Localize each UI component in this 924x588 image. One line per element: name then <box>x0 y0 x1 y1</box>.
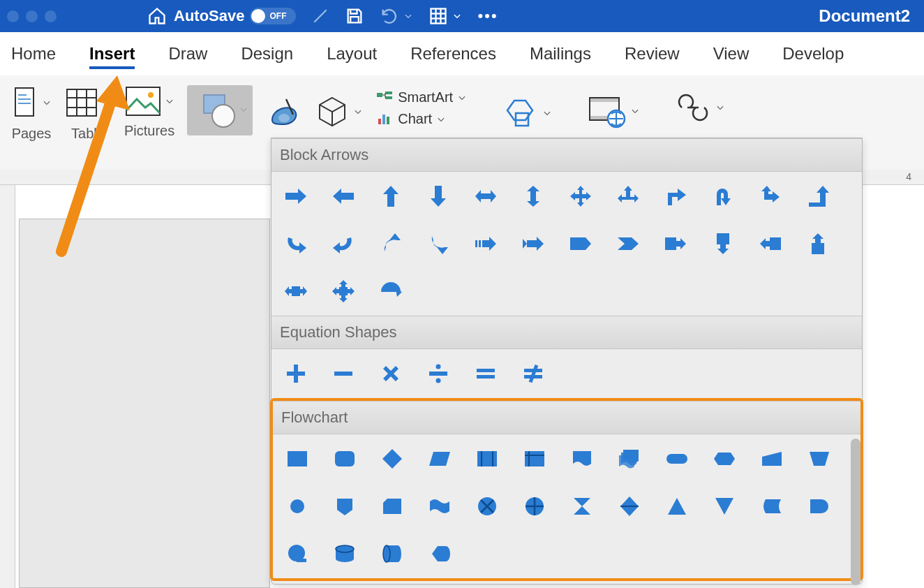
arrow-curved-up-icon[interactable] <box>379 232 403 256</box>
table-grid-icon[interactable] <box>429 6 448 26</box>
arrow-up-icon[interactable] <box>379 184 403 208</box>
arrow-notched-right-icon[interactable] <box>521 232 545 256</box>
chart-button[interactable]: Chart <box>375 111 467 127</box>
divide-icon[interactable] <box>426 362 450 385</box>
autosave-toggle[interactable]: OFF <box>250 8 296 24</box>
flowchart-multidocument-icon[interactable] <box>618 447 641 471</box>
arrow-bent-up-icon[interactable] <box>806 184 830 208</box>
arrow-curved-right-icon[interactable] <box>284 232 308 256</box>
line-tool-icon[interactable] <box>311 7 329 25</box>
chevron-down-icon[interactable] <box>403 11 413 21</box>
flowchart-offpage-connector-icon[interactable] <box>333 494 357 518</box>
arrow-left-callout-icon[interactable] <box>759 232 782 256</box>
flowchart-punched-tape-icon[interactable] <box>428 494 452 518</box>
arrow-curved-left-icon[interactable] <box>331 232 355 256</box>
arrow-left-icon[interactable] <box>331 184 355 208</box>
flowchart-manual-input-icon[interactable] <box>760 447 784 471</box>
arrow-uturn-right-icon[interactable] <box>711 184 735 208</box>
arrow-striped-right-icon[interactable] <box>474 232 498 256</box>
save-icon[interactable] <box>345 6 364 26</box>
arrow-quad-callout-icon[interactable] <box>331 279 355 303</box>
plus-icon[interactable] <box>284 362 308 385</box>
online-video-button[interactable] <box>586 94 640 128</box>
pictures-button[interactable] <box>124 85 174 117</box>
flowchart-extract-icon[interactable] <box>665 494 689 518</box>
flowchart-data-icon[interactable] <box>428 447 452 471</box>
flowchart-decision-icon[interactable] <box>380 447 404 471</box>
arrow-left-right-up-icon[interactable] <box>616 184 640 208</box>
equal-icon[interactable] <box>474 362 498 385</box>
pages-button[interactable] <box>11 85 52 120</box>
arrow-quad-icon[interactable] <box>569 184 593 208</box>
tab-review[interactable]: Review <box>625 44 680 64</box>
arrow-circular-icon[interactable] <box>379 279 403 303</box>
icons-button[interactable] <box>265 94 301 130</box>
tab-references[interactable]: References <box>410 44 496 64</box>
addins-button[interactable] <box>500 94 552 133</box>
chevron-down-icon[interactable] <box>452 11 462 21</box>
flowchart-alt-process-icon[interactable] <box>333 447 357 471</box>
arrow-down-callout-icon[interactable] <box>711 232 735 256</box>
arrow-down-icon[interactable] <box>426 184 450 208</box>
tab-insert[interactable]: Insert <box>89 44 135 64</box>
arrow-up-callout-icon[interactable] <box>806 232 830 256</box>
document-page[interactable] <box>19 219 270 588</box>
undo-icon[interactable] <box>380 6 399 26</box>
arrow-up-down-icon[interactable] <box>521 184 545 208</box>
arrow-right-callout-icon[interactable] <box>664 232 687 256</box>
tab-design[interactable]: Design <box>241 44 293 64</box>
flowchart-document-icon[interactable] <box>570 447 594 471</box>
arrow-chevron-icon[interactable] <box>616 232 640 256</box>
svg-rect-15 <box>126 87 160 115</box>
maximize-icon[interactable] <box>45 10 57 22</box>
window-controls[interactable] <box>7 10 57 22</box>
minimize-icon[interactable] <box>26 10 38 22</box>
table-button[interactable] <box>64 85 112 120</box>
arrow-bent-icon[interactable] <box>664 184 687 208</box>
arrow-left-up-icon[interactable] <box>759 184 782 208</box>
minus-icon[interactable] <box>331 362 355 385</box>
tab-home[interactable]: Home <box>11 44 56 64</box>
multiply-icon[interactable] <box>379 362 403 385</box>
links-button[interactable] <box>673 94 725 122</box>
flowchart-magnetic-disk-icon[interactable] <box>333 542 357 566</box>
overflow-menu-icon[interactable]: ••• <box>477 7 498 25</box>
flowchart-seq-access-storage-icon[interactable] <box>285 542 309 566</box>
flowchart-direct-access-storage-icon[interactable] <box>380 542 404 566</box>
tab-mailings[interactable]: Mailings <box>530 44 591 64</box>
flowchart-terminator-icon[interactable] <box>665 447 689 471</box>
flowchart-preparation-icon[interactable] <box>713 447 736 471</box>
flowchart-stored-data-icon[interactable] <box>760 494 784 518</box>
tab-layout[interactable]: Layout <box>327 44 377 64</box>
home-icon[interactable] <box>147 6 167 26</box>
arrow-left-right-callout-icon[interactable] <box>284 279 308 303</box>
flowchart-display-icon[interactable] <box>428 542 452 566</box>
flowchart-or-icon[interactable] <box>523 494 546 518</box>
svg-rect-10 <box>67 89 96 116</box>
3d-models-button[interactable] <box>314 94 363 130</box>
flowchart-process-icon[interactable] <box>285 447 309 471</box>
vertical-ruler[interactable] <box>0 185 15 588</box>
not-equal-icon[interactable] <box>521 362 545 385</box>
close-icon[interactable] <box>7 10 19 22</box>
flowchart-collate-icon[interactable] <box>570 494 594 518</box>
tab-draw[interactable]: Draw <box>168 44 207 64</box>
arrow-pentagon-icon[interactable] <box>569 232 593 256</box>
dropdown-scrollbar[interactable] <box>851 439 860 585</box>
smartart-button[interactable]: SmartArt <box>375 89 467 105</box>
arrow-left-right-icon[interactable] <box>474 184 498 208</box>
flowchart-card-icon[interactable] <box>380 494 404 518</box>
tab-developer[interactable]: Develop <box>782 44 844 64</box>
arrow-right-icon[interactable] <box>284 184 308 208</box>
flowchart-internal-storage-icon[interactable] <box>523 447 546 471</box>
flowchart-merge-icon[interactable] <box>713 494 736 518</box>
flowchart-connector-icon[interactable] <box>285 494 309 518</box>
flowchart-summing-junction-icon[interactable] <box>475 494 499 518</box>
shapes-button[interactable] <box>187 85 253 135</box>
flowchart-predefined-icon[interactable] <box>475 447 499 471</box>
flowchart-manual-operation-icon[interactable] <box>807 447 831 471</box>
flowchart-sort-icon[interactable] <box>618 494 641 518</box>
tab-view[interactable]: View <box>713 44 750 64</box>
flowchart-delay-icon[interactable] <box>807 494 831 518</box>
arrow-curved-down-icon[interactable] <box>426 232 450 256</box>
